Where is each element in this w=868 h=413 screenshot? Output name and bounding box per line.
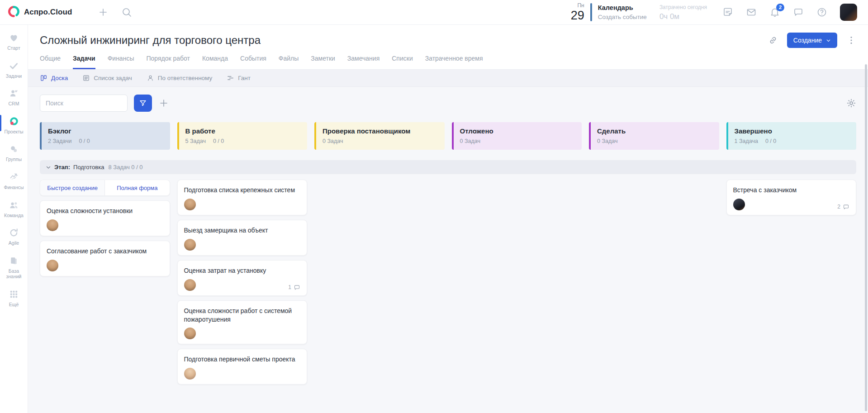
- sidebar-item-start[interactable]: Старт: [0, 31, 28, 52]
- add-task-button[interactable]: [158, 98, 169, 109]
- task-card-title: Оценка затрат на установку: [184, 266, 301, 275]
- create-button-label: Создание: [793, 37, 822, 44]
- column-body: Подготовка списка крепежных системВыезд …: [177, 180, 308, 385]
- quick-create-tab[interactable]: Полная форма: [105, 180, 169, 195]
- task-card[interactable]: Подготовка списка крепежных систем: [177, 180, 308, 215]
- column-task-count: 0 Задач: [597, 138, 617, 144]
- page-tab[interactable]: Финансы: [108, 55, 134, 69]
- user-avatar[interactable]: [840, 4, 857, 21]
- column-header[interactable]: Завершено1 Задача0 / 0: [726, 122, 857, 150]
- page-tab[interactable]: Команда: [202, 55, 228, 69]
- sidebar-item-tasks[interactable]: Задачи: [0, 59, 28, 81]
- filter-button[interactable]: [134, 95, 152, 112]
- column-progress-ratio: 0 / 0: [213, 138, 224, 144]
- task-card[interactable]: Встреча с заказчиком2: [726, 180, 857, 215]
- column-meta: 2 Задачи0 / 0: [48, 138, 164, 144]
- page-tab[interactable]: Замечания: [347, 55, 379, 69]
- comment-count-value: 2: [837, 204, 840, 210]
- column-title: Сделать: [597, 127, 713, 135]
- page-header: Сложный инжиниринг для торгового центра …: [28, 25, 868, 70]
- grid-icon: [9, 289, 19, 299]
- column-title: Проверка постановщиком: [323, 127, 438, 135]
- column-title: Бэклог: [48, 127, 164, 135]
- column-progress-ratio: 0 / 0: [765, 138, 776, 144]
- calendar-create-event[interactable]: Создать событие: [598, 14, 647, 20]
- view-tab[interactable]: Список задач: [82, 74, 132, 82]
- page-tab[interactable]: Заметки: [311, 55, 335, 69]
- view-tab-label: По ответственному: [158, 75, 213, 81]
- more-options-icon[interactable]: [846, 35, 856, 45]
- global-search-icon[interactable]: [121, 7, 132, 18]
- create-button[interactable]: Создание: [787, 33, 837, 48]
- task-card[interactable]: Оценка сложности установки: [40, 200, 170, 236]
- board-settings-gear-icon[interactable]: [846, 98, 856, 108]
- column-header[interactable]: Бэклог2 Задачи0 / 0: [40, 122, 170, 150]
- global-add-button[interactable]: [98, 7, 109, 18]
- task-card[interactable]: Выезд замерщика на объект: [177, 220, 308, 256]
- task-card[interactable]: Согласование работ с заказчиком: [40, 241, 170, 276]
- assignee-avatar: [184, 199, 196, 210]
- view-tab[interactable]: Доска: [40, 74, 68, 82]
- column-task-count: 0 Задач: [323, 138, 343, 144]
- column-title: Завершено: [735, 127, 850, 135]
- task-card-footer: [184, 239, 301, 251]
- finance-icon: [9, 172, 19, 182]
- search-input[interactable]: [40, 95, 128, 112]
- notes-icon[interactable]: [722, 7, 733, 18]
- page-tab[interactable]: Затраченное время: [425, 55, 483, 69]
- sidebar-item-crm[interactable]: CRM: [0, 87, 28, 108]
- column-header[interactable]: Проверка постановщиком0 Задач: [314, 122, 445, 150]
- column-title: В работе: [185, 127, 301, 135]
- view-tab[interactable]: По ответственному: [147, 74, 213, 82]
- page-tab[interactable]: Списки: [392, 55, 413, 69]
- chevron-down-icon: [826, 38, 831, 43]
- page-tab[interactable]: Задачи: [73, 55, 95, 69]
- column-header[interactable]: Сделать0 Задач: [589, 122, 719, 150]
- column-meta: 1 Задача0 / 0: [735, 138, 850, 144]
- assignee-avatar: [47, 260, 58, 271]
- page-tab[interactable]: Файлы: [279, 55, 299, 69]
- stage-group-header[interactable]: Этап: Подготовка 8 Задач 0 / 0: [40, 160, 856, 174]
- assignee-avatar: [733, 199, 745, 210]
- sidebar-item-label: База знаний: [1, 268, 27, 280]
- quick-create-tab[interactable]: Быстрое создание: [40, 180, 105, 195]
- calendar-widget[interactable]: Пн 29 Календарь Создать событие: [571, 3, 647, 22]
- topbar: Аспро.Cloud Пн 29 Календарь Создать собы…: [0, 0, 868, 25]
- column-headers-row: Бэклог2 Задачи0 / 0В работе5 Задач0 / 0П…: [40, 122, 856, 150]
- sidebar-item-projects[interactable]: Проекты: [0, 115, 28, 136]
- sidebar-item-kb[interactable]: База знаний: [0, 254, 28, 281]
- groups-icon: [9, 144, 19, 154]
- column-body: [589, 180, 719, 184]
- sidebar-item-agile[interactable]: Agile: [0, 226, 28, 247]
- comment-count: 2: [837, 204, 849, 210]
- help-icon[interactable]: [816, 7, 827, 18]
- sidebar-item-label: Финансы: [4, 185, 24, 190]
- comment-count-value: 1: [288, 284, 291, 290]
- task-card[interactable]: Оценка затрат на установку1: [177, 260, 308, 296]
- sidebar-item-more[interactable]: Ещё: [0, 288, 28, 309]
- notifications-bell-icon[interactable]: 2: [769, 7, 780, 18]
- task-card[interactable]: Подготовка первичной сметы проекта: [177, 349, 308, 385]
- copy-link-icon[interactable]: [768, 35, 778, 45]
- sidebar-item-label: Проекты: [4, 129, 23, 135]
- sidebar-item-finance[interactable]: Финансы: [0, 171, 28, 192]
- page-tab[interactable]: Общие: [40, 55, 61, 69]
- assignee-avatar: [184, 239, 196, 251]
- brand[interactable]: Аспро.Cloud: [8, 6, 72, 19]
- page-tab[interactable]: События: [240, 55, 266, 69]
- view-tab[interactable]: Гант: [227, 74, 251, 82]
- chat-icon[interactable]: [793, 7, 804, 18]
- time-tracker-widget[interactable]: Затрачено сегодня 0ч 0м: [659, 5, 707, 20]
- task-card[interactable]: Оценка сложности работ с системой пожаро…: [177, 300, 308, 345]
- sidebar-item-team[interactable]: Команда: [0, 199, 28, 220]
- column-body: [452, 180, 582, 184]
- task-card-footer: [47, 219, 163, 231]
- sidebar-item-groups[interactable]: Группы: [0, 142, 28, 164]
- vertical-scrollbar[interactable]: [865, 64, 867, 411]
- team-icon: [9, 200, 19, 210]
- column-header[interactable]: В работе5 Задач0 / 0: [177, 122, 308, 150]
- page-tab[interactable]: Порядок работ: [146, 55, 190, 69]
- collapse-chevron-icon: [46, 165, 51, 170]
- mail-icon[interactable]: [746, 7, 757, 18]
- column-header[interactable]: Отложено0 Задач: [452, 122, 582, 150]
